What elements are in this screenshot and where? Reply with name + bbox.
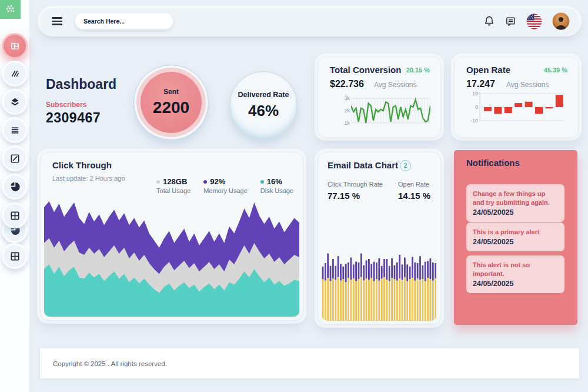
notification-date: 24/05/20025 <box>473 280 558 288</box>
card-title: Total Conversion <box>330 65 401 75</box>
copyright-text: Copyright © 2025 . All rights reserved. <box>53 360 167 367</box>
app-logo[interactable] <box>0 0 21 19</box>
pie-chart-icon <box>9 181 21 192</box>
notification-message: This is a primary alert <box>473 228 558 237</box>
y-tick: 0 <box>475 104 478 110</box>
usage-legend: 128GB Total Usage 92% Memory Usage 16% D… <box>156 177 293 194</box>
legend-value: 128GB <box>163 177 187 186</box>
notification-item[interactable]: This is a primary alert 24/05/20025 <box>466 222 564 251</box>
topbar-actions <box>483 12 570 30</box>
email-data-chart-card: Email Data Chart 2 Click Through Rate 77… <box>318 152 441 325</box>
legend-label: Total Usage <box>156 187 191 194</box>
email-metrics: Click Through Rate 77.15 % Open Rate 14.… <box>328 181 430 201</box>
notifications-bell-button[interactable] <box>483 15 495 27</box>
delivered-rate-value: 46% <box>248 102 279 120</box>
notifications-panel: Notifications Change a few things up and… <box>454 150 577 325</box>
notifications-title: Notifications <box>466 158 520 168</box>
avatar-photo <box>552 12 570 30</box>
sidebar-item-charts[interactable] <box>2 174 28 200</box>
sidebar-item-data-tables[interactable] <box>2 243 28 269</box>
sidebar-item-lists[interactable] <box>2 117 28 143</box>
last-update-text: Last update: 2 Hours ago <box>52 175 125 182</box>
legend-item-disk-usage: 16% Disk Usage <box>260 177 293 194</box>
list-lines-icon <box>9 125 21 136</box>
metric-open-rate: Open Rate 14.15 % <box>398 181 430 201</box>
legend-dot <box>260 180 264 184</box>
metric-value: 77.15 % <box>328 191 383 201</box>
click-through-card: Click Through Last update: 2 Hours ago 1… <box>40 152 303 321</box>
search-input[interactable] <box>75 13 173 29</box>
us-flag-icon <box>526 14 542 29</box>
open-rate-card: Open Rate 45.39 % 17.247 Avg Sessions 10… <box>454 57 579 138</box>
sidebar-item-dashboard[interactable] <box>2 33 28 59</box>
logo-dots-icon <box>0 0 21 19</box>
y-tick: 2k <box>344 108 350 114</box>
footer: Copyright © 2025 . All rights reserved. <box>40 348 579 378</box>
conversion-sparkline-chart: 3k 2k 1k <box>339 94 430 128</box>
topbar <box>40 8 579 34</box>
sidebar-item-reports[interactable] <box>2 61 28 87</box>
page-header: Dashboard Subscribers 2309467 <box>46 77 116 126</box>
subscribers-label: Subscribers <box>46 101 116 109</box>
open-rate-bars-svg <box>479 90 566 124</box>
sent-gauge-label: Sent <box>163 88 179 96</box>
stacked-area-chart <box>44 198 299 317</box>
conversion-value: $22.736 <box>330 79 364 89</box>
page-title: Dashboard <box>46 77 116 92</box>
email-bars-svg <box>322 251 437 321</box>
card-title: Click Through <box>52 160 112 170</box>
legend-dot <box>156 180 160 184</box>
diagonal-lines-icon <box>9 68 21 79</box>
messages-button[interactable] <box>505 16 516 27</box>
legend-item-total-usage: 128GB Total Usage <box>156 177 191 194</box>
area-chart-svg <box>44 198 299 317</box>
legend-label: Disk Usage <box>260 187 293 194</box>
layers-icon <box>9 97 21 108</box>
hamburger-menu-icon[interactable] <box>52 17 62 25</box>
sparkline-svg <box>351 94 430 128</box>
avg-sessions-caption: Avg Sessions <box>506 81 549 89</box>
edit-square-icon <box>9 153 21 164</box>
open-rate-bar-chart: 10 0 -10 <box>465 90 566 124</box>
legend-dot <box>203 180 207 184</box>
avg-sessions-caption: Avg Sessions <box>374 81 417 89</box>
legend-value: 92% <box>210 177 225 186</box>
language-flag-button[interactable] <box>526 14 542 29</box>
user-avatar[interactable] <box>552 12 570 30</box>
y-tick: 1k <box>344 120 350 126</box>
legend-value: 16% <box>267 177 282 186</box>
notification-item[interactable]: This alert is not so important. 24/05/20… <box>466 255 564 293</box>
sidebar <box>0 0 30 392</box>
y-tick: 3k <box>344 95 350 101</box>
delivered-rate-gauge: Delivered Rate 46% <box>229 71 298 139</box>
bell-icon <box>483 15 495 27</box>
notification-date: 24/05/20025 <box>473 208 558 217</box>
notification-date: 24/05/20025 <box>473 238 558 246</box>
notification-item[interactable]: Change a few things up and try submittin… <box>466 184 564 222</box>
legend-item-memory-usage: 92% Memory Usage <box>203 177 248 194</box>
subscribers-value: 2309467 <box>46 110 116 126</box>
delivered-rate-label: Delivered Rate <box>238 91 289 99</box>
sidebar-item-tables[interactable] <box>2 202 28 228</box>
sidebar-item-forms[interactable] <box>2 145 28 171</box>
metric-click-through-rate: Click Through Rate 77.15 % <box>328 181 383 201</box>
table-grid-icon <box>9 251 21 262</box>
dashboard-layout-icon <box>9 41 21 52</box>
sidebar-item-layers[interactable] <box>2 89 28 115</box>
y-tick: 10 <box>472 91 478 97</box>
legend-label: Memory Usage <box>203 187 248 194</box>
total-conversion-card: Total Conversion 20.15 % $22.736 Avg Ses… <box>318 57 441 138</box>
y-tick: -10 <box>470 118 478 124</box>
chat-icon <box>505 16 516 27</box>
open-rate-value: 17.247 <box>466 79 495 89</box>
sent-gauge: Sent 2200 <box>133 65 209 140</box>
metric-label: Open Rate <box>398 181 430 188</box>
notification-message: Change a few things up and try submittin… <box>473 190 558 207</box>
email-stacked-bar-chart <box>322 251 437 321</box>
card-title: Open Rate <box>466 65 510 75</box>
metric-value: 14.15 % <box>398 191 430 201</box>
email-dashboard-page: Dashboard Subscribers 2309467 Sent 2200 … <box>0 0 588 392</box>
open-rate-percent-badge: 45.39 % <box>544 67 567 74</box>
notification-message: This alert is not so important. <box>473 261 558 278</box>
conversion-percent-badge: 20.15 % <box>406 67 430 74</box>
